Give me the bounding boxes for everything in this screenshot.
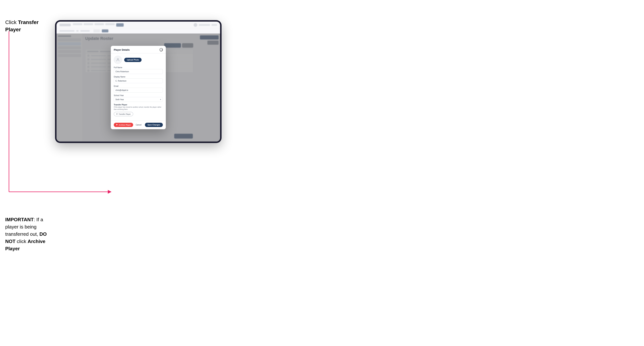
header-avatar <box>194 23 197 27</box>
full-name-input[interactable] <box>114 69 163 74</box>
tab-btn-1[interactable] <box>94 29 100 32</box>
transfer-player-button[interactable]: ⟳ Transfer Player <box>114 112 133 116</box>
nav-item-2[interactable] <box>84 23 93 25</box>
app-logo <box>60 24 71 26</box>
nav-item-1[interactable] <box>73 23 82 25</box>
school-year-select-wrapper: Sixth Year First Year Second Year Third … <box>114 97 163 102</box>
breadcrumb <box>60 30 74 32</box>
tablet-screen: Update Roster <box>56 22 220 142</box>
archive-button-label: Archive Player <box>118 124 131 126</box>
school-year-label: School Year <box>114 94 163 96</box>
full-name-field-group: Full Name <box>114 66 163 74</box>
modal-title: Player Details <box>114 48 130 51</box>
avatar-circle <box>114 56 122 64</box>
header-right <box>194 23 217 27</box>
tab-btn-2[interactable] <box>102 29 108 32</box>
full-name-label: Full Name <box>114 66 163 69</box>
sub-header <box>56 28 220 33</box>
tablet-device: Update Roster <box>55 20 222 143</box>
content-area: Update Roster <box>56 33 220 142</box>
header-menu[interactable] <box>212 24 217 26</box>
save-changes-button[interactable]: Save Changes <box>145 123 163 127</box>
modal-body: Upload Photo Full Name Display Name <box>111 53 166 121</box>
nav-item-active[interactable] <box>116 23 124 27</box>
nav-item-4[interactable] <box>106 23 115 25</box>
nav-item-3[interactable] <box>94 23 104 25</box>
svg-marker-2 <box>108 190 112 194</box>
cancel-button[interactable]: Cancel <box>134 123 143 127</box>
display-name-input[interactable] <box>114 78 163 83</box>
modal-close-button[interactable]: × <box>160 48 163 51</box>
modal-header: Player Details × <box>111 46 166 53</box>
avatar-section: Upload Photo <box>114 56 163 64</box>
player-details-modal: Player Details × <box>111 46 166 129</box>
header-user-text <box>199 24 210 26</box>
svg-point-3 <box>117 58 118 60</box>
school-year-field-group: School Year Sixth Year First Year Second… <box>114 94 163 102</box>
upload-photo-button[interactable]: Upload Photo <box>124 58 142 62</box>
important-instruction: IMPORTANT: If a player is being transfer… <box>5 216 58 252</box>
transfer-player-section: Transfer Player If this player has moved… <box>114 104 163 116</box>
modal-overlay: Player Details × <box>56 33 220 142</box>
breadcrumb-sep <box>76 30 78 32</box>
email-input[interactable] <box>114 88 163 93</box>
footer-right-actions: Cancel Save Changes <box>134 123 163 127</box>
email-field-group: Email <box>114 85 163 93</box>
click-instruction: Click Transfer Player <box>5 19 56 33</box>
instruction-click-area: Click Transfer Player <box>5 19 56 37</box>
email-label: Email <box>114 85 163 87</box>
archive-icon: ⚑ <box>116 124 118 126</box>
transfer-icon: ⟳ <box>116 113 118 115</box>
school-year-select[interactable]: Sixth Year First Year Second Year Third … <box>114 97 163 102</box>
transfer-section-description: If this player has moved to another scho… <box>114 106 163 111</box>
user-icon <box>116 58 120 62</box>
breadcrumb-current <box>80 30 90 32</box>
app-nav <box>73 23 191 27</box>
app-header <box>56 22 220 28</box>
archive-player-button[interactable]: ⚑ Archive Player <box>114 123 133 127</box>
display-name-field-group: Display Name <box>114 76 163 83</box>
modal-footer: ⚑ Archive Player Cancel Save Changes <box>111 121 166 129</box>
transfer-section-label: Transfer Player <box>114 104 163 106</box>
transfer-button-label: Transfer Player <box>118 113 131 115</box>
display-name-label: Display Name <box>114 76 163 78</box>
